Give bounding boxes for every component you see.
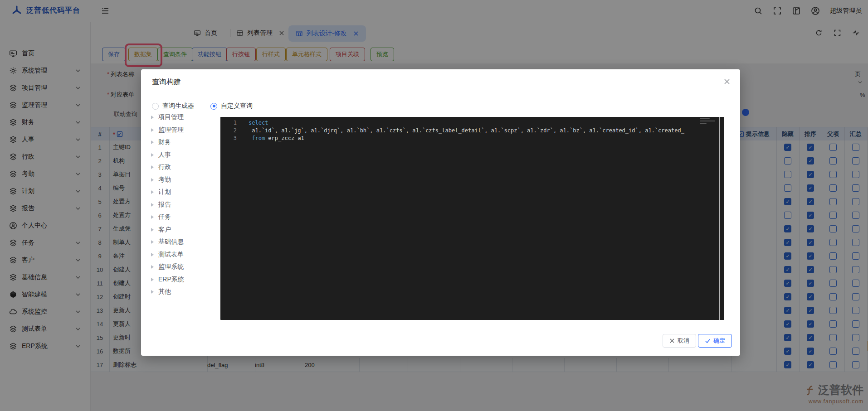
- tree-item-1[interactable]: 监理管理: [151, 126, 184, 134]
- radio-dot-icon: [152, 103, 159, 110]
- tree-item-10[interactable]: 基础信息: [151, 238, 184, 246]
- tree-item-2[interactable]: 财务: [151, 138, 171, 146]
- editor-gutter: 123: [220, 117, 244, 320]
- code-line: a1.`id`, a1.`jg`, a1.`djrq`, a1.`bh`, a1…: [249, 127, 684, 135]
- tree-item-6[interactable]: 计划: [151, 188, 171, 196]
- cancel-button[interactable]: 取消: [663, 334, 696, 348]
- query-builder-dialog: 查询构建 查询生成器 自定义查询 项目管理 监理管理 财务 人事 行政 考勤 计…: [141, 69, 740, 356]
- confirm-button[interactable]: 确定: [698, 334, 732, 348]
- cancel-x-icon: [669, 338, 675, 343]
- tree-item-4[interactable]: 行政: [151, 163, 171, 171]
- caret-right-icon[interactable]: [151, 278, 154, 281]
- confirm-check-icon: [705, 338, 711, 344]
- caret-right-icon[interactable]: [151, 128, 154, 132]
- tree-item-5[interactable]: 考勤: [151, 176, 171, 184]
- tree-item-0[interactable]: 项目管理: [151, 113, 184, 121]
- caret-right-icon[interactable]: [151, 116, 154, 119]
- caret-right-icon[interactable]: [151, 253, 154, 256]
- caret-right-icon[interactable]: [151, 240, 154, 244]
- tree-item-11[interactable]: 测试表单: [151, 251, 184, 259]
- query-mode-radios: 查询生成器 自定义查询: [152, 102, 253, 110]
- editor-minimap: [700, 118, 717, 142]
- tree-item-8[interactable]: 任务: [151, 213, 171, 221]
- tree-item-7[interactable]: 报告: [151, 201, 171, 209]
- tree-item-3[interactable]: 人事: [151, 151, 171, 159]
- editor-scrollbar[interactable]: [719, 117, 720, 320]
- radio-1[interactable]: 自定义查询: [210, 102, 253, 110]
- code-line: select: [249, 119, 268, 127]
- caret-right-icon[interactable]: [151, 140, 154, 144]
- tree-item-14[interactable]: 其他: [151, 288, 171, 296]
- line-number: 1: [234, 119, 237, 127]
- line-number: 3: [234, 135, 237, 142]
- code-line: from erp_zccz a1: [249, 135, 304, 142]
- caret-right-icon[interactable]: [151, 190, 154, 194]
- dialog-title: 查询构建: [152, 77, 181, 87]
- caret-right-icon[interactable]: [151, 203, 154, 207]
- tree-item-13[interactable]: ERP系统: [151, 276, 184, 284]
- tree-item-12[interactable]: 监理系统: [151, 263, 184, 271]
- sql-editor[interactable]: 123 select a1.`id`, a1.`jg`, a1.`djrq`, …: [220, 117, 724, 320]
- close-icon[interactable]: [723, 77, 731, 86]
- tree-item-9[interactable]: 客户: [151, 226, 171, 234]
- caret-right-icon[interactable]: [151, 290, 154, 294]
- radio-dot-icon: [210, 103, 217, 110]
- caret-right-icon[interactable]: [151, 178, 154, 182]
- caret-right-icon[interactable]: [151, 228, 154, 232]
- caret-right-icon[interactable]: [151, 165, 154, 169]
- caret-right-icon[interactable]: [151, 265, 154, 269]
- line-number: 2: [234, 127, 237, 135]
- radio-0[interactable]: 查询生成器: [152, 102, 194, 110]
- screen: 泛普低代码平台 超级管理员: [0, 0, 868, 411]
- caret-right-icon[interactable]: [151, 215, 154, 219]
- caret-right-icon[interactable]: [151, 153, 154, 157]
